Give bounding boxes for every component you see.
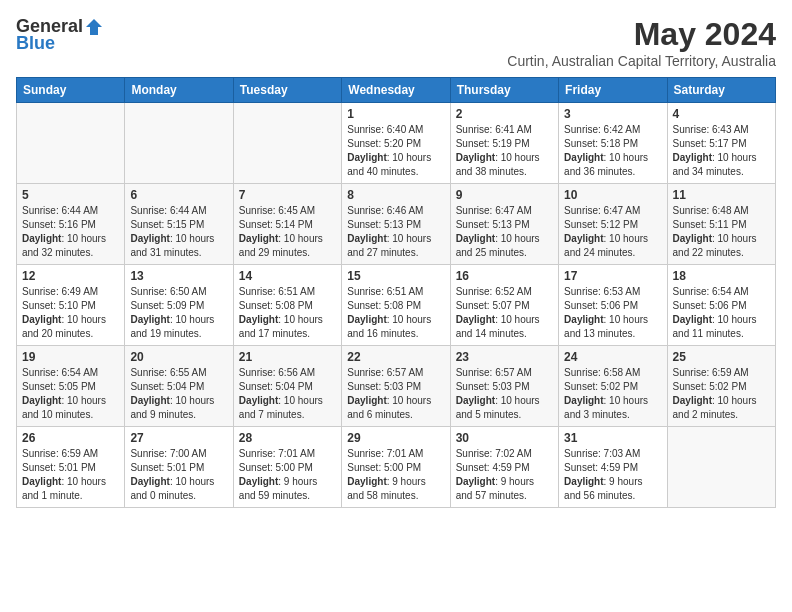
day-info: Sunrise: 7:01 AMSunset: 5:00 PMDaylight:… [347,447,444,503]
col-header-monday: Monday [125,78,233,103]
calendar-day: 7Sunrise: 6:45 AMSunset: 5:14 PMDaylight… [233,184,341,265]
day-number: 8 [347,188,444,202]
calendar-day: 12Sunrise: 6:49 AMSunset: 5:10 PMDayligh… [17,265,125,346]
day-info: Sunrise: 6:46 AMSunset: 5:13 PMDaylight:… [347,204,444,260]
calendar-header-row: SundayMondayTuesdayWednesdayThursdayFrid… [17,78,776,103]
day-number: 1 [347,107,444,121]
day-info: Sunrise: 6:50 AMSunset: 5:09 PMDaylight:… [130,285,227,341]
calendar-day: 16Sunrise: 6:52 AMSunset: 5:07 PMDayligh… [450,265,558,346]
day-number: 10 [564,188,661,202]
day-info: Sunrise: 6:48 AMSunset: 5:11 PMDaylight:… [673,204,770,260]
day-info: Sunrise: 6:54 AMSunset: 5:06 PMDaylight:… [673,285,770,341]
day-info: Sunrise: 6:51 AMSunset: 5:08 PMDaylight:… [347,285,444,341]
day-info: Sunrise: 6:54 AMSunset: 5:05 PMDaylight:… [22,366,119,422]
calendar-day: 27Sunrise: 7:00 AMSunset: 5:01 PMDayligh… [125,427,233,508]
calendar-day: 26Sunrise: 6:59 AMSunset: 5:01 PMDayligh… [17,427,125,508]
day-info: Sunrise: 6:47 AMSunset: 5:12 PMDaylight:… [564,204,661,260]
calendar-day: 21Sunrise: 6:56 AMSunset: 5:04 PMDayligh… [233,346,341,427]
col-header-tuesday: Tuesday [233,78,341,103]
calendar-day: 28Sunrise: 7:01 AMSunset: 5:00 PMDayligh… [233,427,341,508]
day-number: 13 [130,269,227,283]
day-info: Sunrise: 6:56 AMSunset: 5:04 PMDaylight:… [239,366,336,422]
day-number: 4 [673,107,770,121]
day-number: 2 [456,107,553,121]
day-info: Sunrise: 7:01 AMSunset: 5:00 PMDaylight:… [239,447,336,503]
day-number: 22 [347,350,444,364]
calendar-day: 24Sunrise: 6:58 AMSunset: 5:02 PMDayligh… [559,346,667,427]
logo: General Blue [16,16,105,54]
day-number: 15 [347,269,444,283]
day-info: Sunrise: 6:49 AMSunset: 5:10 PMDaylight:… [22,285,119,341]
day-number: 3 [564,107,661,121]
day-number: 28 [239,431,336,445]
day-number: 6 [130,188,227,202]
day-number: 31 [564,431,661,445]
calendar-day: 9Sunrise: 6:47 AMSunset: 5:13 PMDaylight… [450,184,558,265]
col-header-sunday: Sunday [17,78,125,103]
calendar-day: 25Sunrise: 6:59 AMSunset: 5:02 PMDayligh… [667,346,775,427]
col-header-friday: Friday [559,78,667,103]
day-number: 30 [456,431,553,445]
calendar-day: 14Sunrise: 6:51 AMSunset: 5:08 PMDayligh… [233,265,341,346]
calendar-day: 3Sunrise: 6:42 AMSunset: 5:18 PMDaylight… [559,103,667,184]
calendar-day: 2Sunrise: 6:41 AMSunset: 5:19 PMDaylight… [450,103,558,184]
day-info: Sunrise: 6:40 AMSunset: 5:20 PMDaylight:… [347,123,444,179]
day-info: Sunrise: 6:44 AMSunset: 5:15 PMDaylight:… [130,204,227,260]
day-info: Sunrise: 6:59 AMSunset: 5:01 PMDaylight:… [22,447,119,503]
calendar-day: 18Sunrise: 6:54 AMSunset: 5:06 PMDayligh… [667,265,775,346]
calendar-day: 1Sunrise: 6:40 AMSunset: 5:20 PMDaylight… [342,103,450,184]
day-info: Sunrise: 6:58 AMSunset: 5:02 PMDaylight:… [564,366,661,422]
day-info: Sunrise: 6:57 AMSunset: 5:03 PMDaylight:… [456,366,553,422]
day-info: Sunrise: 7:00 AMSunset: 5:01 PMDaylight:… [130,447,227,503]
svg-marker-0 [86,19,102,35]
day-info: Sunrise: 6:51 AMSunset: 5:08 PMDaylight:… [239,285,336,341]
col-header-saturday: Saturday [667,78,775,103]
calendar-day: 20Sunrise: 6:55 AMSunset: 5:04 PMDayligh… [125,346,233,427]
calendar-day: 29Sunrise: 7:01 AMSunset: 5:00 PMDayligh… [342,427,450,508]
calendar-day: 5Sunrise: 6:44 AMSunset: 5:16 PMDaylight… [17,184,125,265]
day-info: Sunrise: 6:55 AMSunset: 5:04 PMDaylight:… [130,366,227,422]
day-info: Sunrise: 6:59 AMSunset: 5:02 PMDaylight:… [673,366,770,422]
calendar-week-row: 12Sunrise: 6:49 AMSunset: 5:10 PMDayligh… [17,265,776,346]
calendar-day [233,103,341,184]
calendar-day: 4Sunrise: 6:43 AMSunset: 5:17 PMDaylight… [667,103,775,184]
month-title: May 2024 [507,16,776,53]
day-number: 27 [130,431,227,445]
calendar-day: 31Sunrise: 7:03 AMSunset: 4:59 PMDayligh… [559,427,667,508]
calendar-day: 13Sunrise: 6:50 AMSunset: 5:09 PMDayligh… [125,265,233,346]
day-number: 11 [673,188,770,202]
day-number: 20 [130,350,227,364]
day-number: 19 [22,350,119,364]
day-info: Sunrise: 6:43 AMSunset: 5:17 PMDaylight:… [673,123,770,179]
calendar-day: 23Sunrise: 6:57 AMSunset: 5:03 PMDayligh… [450,346,558,427]
calendar-week-row: 26Sunrise: 6:59 AMSunset: 5:01 PMDayligh… [17,427,776,508]
day-number: 9 [456,188,553,202]
calendar-day: 17Sunrise: 6:53 AMSunset: 5:06 PMDayligh… [559,265,667,346]
day-info: Sunrise: 7:02 AMSunset: 4:59 PMDaylight:… [456,447,553,503]
calendar-day [667,427,775,508]
col-header-wednesday: Wednesday [342,78,450,103]
calendar: SundayMondayTuesdayWednesdayThursdayFrid… [16,77,776,508]
calendar-day: 22Sunrise: 6:57 AMSunset: 5:03 PMDayligh… [342,346,450,427]
location-title: Curtin, Australian Capital Territory, Au… [507,53,776,69]
day-number: 17 [564,269,661,283]
calendar-day: 19Sunrise: 6:54 AMSunset: 5:05 PMDayligh… [17,346,125,427]
day-number: 16 [456,269,553,283]
day-number: 18 [673,269,770,283]
day-info: Sunrise: 6:45 AMSunset: 5:14 PMDaylight:… [239,204,336,260]
day-number: 21 [239,350,336,364]
day-info: Sunrise: 6:47 AMSunset: 5:13 PMDaylight:… [456,204,553,260]
logo-blue: Blue [16,33,55,54]
day-info: Sunrise: 6:44 AMSunset: 5:16 PMDaylight:… [22,204,119,260]
calendar-week-row: 1Sunrise: 6:40 AMSunset: 5:20 PMDaylight… [17,103,776,184]
day-info: Sunrise: 6:52 AMSunset: 5:07 PMDaylight:… [456,285,553,341]
day-info: Sunrise: 7:03 AMSunset: 4:59 PMDaylight:… [564,447,661,503]
calendar-day: 6Sunrise: 6:44 AMSunset: 5:15 PMDaylight… [125,184,233,265]
calendar-day: 8Sunrise: 6:46 AMSunset: 5:13 PMDaylight… [342,184,450,265]
col-header-thursday: Thursday [450,78,558,103]
day-number: 29 [347,431,444,445]
calendar-day: 10Sunrise: 6:47 AMSunset: 5:12 PMDayligh… [559,184,667,265]
calendar-day [125,103,233,184]
day-number: 12 [22,269,119,283]
day-number: 14 [239,269,336,283]
